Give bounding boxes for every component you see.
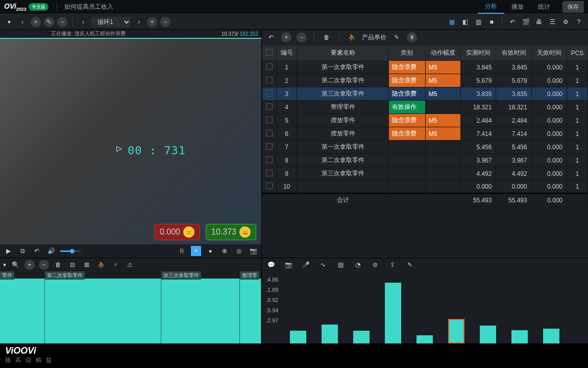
timeline-segment[interactable] (0, 279, 45, 350)
tab-stats[interactable]: 统计 (531, 1, 557, 13)
currency-icon[interactable]: ¥ (407, 32, 417, 42)
forward-icon[interactable]: › (17, 17, 28, 27)
play-icon[interactable]: ▶ (3, 246, 13, 256)
help-icon[interactable]: ? (574, 17, 584, 27)
row-checkbox[interactable] (266, 170, 273, 176)
marker-b-icon[interactable]: ✦ (191, 246, 201, 256)
chart-bar[interactable] (290, 331, 306, 343)
print-icon[interactable]: 🖶 (534, 17, 544, 27)
select-all-checkbox[interactable] (266, 49, 273, 56)
tl-add-icon[interactable]: + (24, 260, 35, 270)
table-undo-icon[interactable]: ↶ (266, 32, 276, 42)
zoom-icon[interactable]: ⊕ (219, 246, 230, 256)
marker-a-icon[interactable]: ⎘ (177, 246, 187, 256)
tl-collapse-icon[interactable]: ⊟ (67, 260, 78, 270)
row-checkbox[interactable] (266, 117, 273, 123)
timeline-segment[interactable] (161, 279, 240, 350)
prev-cycle-icon[interactable]: ‹ (78, 17, 88, 27)
chart-bar[interactable] (543, 329, 559, 343)
tl-person-icon[interactable]: ⛹ (96, 260, 106, 270)
cycle-remove-icon[interactable]: − (160, 17, 170, 27)
tl-branch-icon[interactable]: ⑂ (110, 260, 120, 270)
y-tick-label: .8.92 (266, 297, 278, 303)
row-add-icon[interactable]: + (281, 32, 291, 42)
chart-bar[interactable] (480, 326, 496, 343)
price-edit-icon[interactable]: ✎ (391, 32, 402, 42)
volume-icon[interactable]: 🔊 (46, 246, 56, 256)
save-button[interactable]: 保存 (562, 1, 584, 13)
row-checkbox[interactable] (266, 103, 273, 110)
settings-icon[interactable]: ⚙ (560, 17, 571, 27)
mic-icon[interactable]: ● (205, 246, 215, 256)
camera-icon[interactable]: 📷 (248, 246, 258, 256)
table-row[interactable]: 6摆放零件 隐含浪费 M5 7.4147.4140.0001 (262, 127, 588, 141)
sliders-icon[interactable]: ∿ (318, 260, 328, 270)
row-checkbox[interactable] (266, 182, 273, 189)
table-row[interactable]: 2第二次拿取零件 隐含浪费 M5 5.6795.6790.0001 (262, 74, 588, 87)
row-checkbox[interactable] (266, 63, 273, 70)
menu-icon[interactable]: ☰ (547, 17, 557, 27)
cycle-select[interactable]: 循环1 (91, 17, 131, 27)
table-row[interactable]: 7第一次拿取零件 5.4565.4560.0001 (262, 141, 588, 154)
chart-bar[interactable] (511, 330, 528, 343)
row-checkbox[interactable] (266, 90, 273, 97)
table-row[interactable]: 9第三次拿取零件 4.4924.4920.0001 (262, 167, 588, 180)
pencil-icon[interactable]: ✎ (405, 260, 415, 270)
table-row[interactable]: 3第三次拿取零件 隐含浪费 M5 3.8353.8350.0001 (262, 87, 588, 101)
tl-flip-icon[interactable]: ⚠ (125, 260, 135, 270)
chart-bar[interactable] (353, 331, 370, 343)
row-checkbox[interactable] (266, 143, 273, 150)
table-row[interactable]: 1第一次拿取零件 隐含浪费 M5 3.8453.8450.0001 (262, 61, 588, 74)
tl-search-icon[interactable]: 🔍 (10, 260, 20, 270)
table-row[interactable]: 4整理零件 有效操作 18.32118.3210.0001 (262, 101, 588, 114)
add-icon[interactable]: + (31, 17, 41, 27)
timeline-segment[interactable] (240, 279, 261, 350)
row-checkbox[interactable] (266, 130, 273, 136)
cycle-add-icon[interactable]: + (147, 17, 157, 27)
delete-icon[interactable]: 🗑 (322, 32, 332, 42)
segment-label: 第三次拿取零件 (161, 271, 201, 280)
chart-bar[interactable] (448, 319, 464, 343)
remove-icon[interactable]: − (57, 17, 67, 27)
chart-bar[interactable] (416, 335, 433, 343)
tl-dropdown-icon[interactable]: ▾ (3, 261, 6, 268)
layout-single-icon[interactable]: ■ (486, 17, 497, 27)
movie-icon[interactable]: 🎬 (521, 17, 531, 27)
donut-icon[interactable]: ⊘ (370, 260, 380, 270)
comment-icon[interactable]: 💬 (266, 260, 276, 270)
dropdown-icon[interactable]: ▾ (4, 17, 14, 27)
chart-bar[interactable] (322, 325, 338, 343)
tl-remove-icon[interactable]: − (39, 260, 49, 270)
timeline-segment[interactable] (45, 279, 161, 350)
person-icon[interactable]: ⛹ (347, 32, 357, 42)
table-row[interactable]: 5摆放零件 隐含浪费 M5 2.4842.4840.0001 (262, 114, 588, 127)
target-icon[interactable]: ◎ (234, 246, 244, 256)
edit-icon[interactable]: ✎ (44, 17, 54, 27)
table-row[interactable]: 8第二次拿取零件 3.9673.9670.0001 (262, 154, 588, 167)
tl-close-icon[interactable]: ⊠ (82, 260, 92, 270)
y-tick-label: .4.86 (266, 277, 278, 283)
layout-grid-icon[interactable]: ▦ (447, 17, 457, 27)
export-icon[interactable]: ⇪ (387, 260, 398, 270)
tab-playback[interactable]: 播放 (504, 1, 531, 13)
row-checkbox[interactable] (266, 77, 273, 83)
back-icon[interactable]: ↶ (32, 246, 42, 256)
layout-col-icon[interactable]: ▥ (473, 17, 483, 27)
volume-slider[interactable] (60, 250, 81, 252)
next-cycle-icon[interactable]: › (134, 17, 144, 27)
table-row[interactable]: 10 0.0000.0000.0001 (262, 180, 588, 194)
tab-analysis[interactable]: 分析 (478, 0, 504, 14)
barchart-icon[interactable]: ▤ (335, 260, 346, 270)
audio-icon[interactable]: 🎤 (301, 260, 311, 270)
undo-icon[interactable]: ↶ (507, 17, 518, 27)
segment-label: 整理零 (240, 271, 259, 280)
tl-trash-icon[interactable]: 🗑 (53, 260, 63, 270)
piechart-icon[interactable]: ◔ (353, 260, 363, 270)
row-checkbox[interactable] (266, 156, 273, 163)
video-viewport[interactable]: ▷ 00 : 731 0.000😐 10.373😄 (0, 38, 261, 244)
frame-icon[interactable]: ⧉ (17, 246, 28, 256)
snapshot-icon[interactable]: 📷 (283, 260, 293, 270)
layout-split-icon[interactable]: ◧ (460, 17, 470, 27)
chart-bar[interactable] (385, 283, 401, 343)
row-remove-icon[interactable]: − (297, 32, 307, 42)
